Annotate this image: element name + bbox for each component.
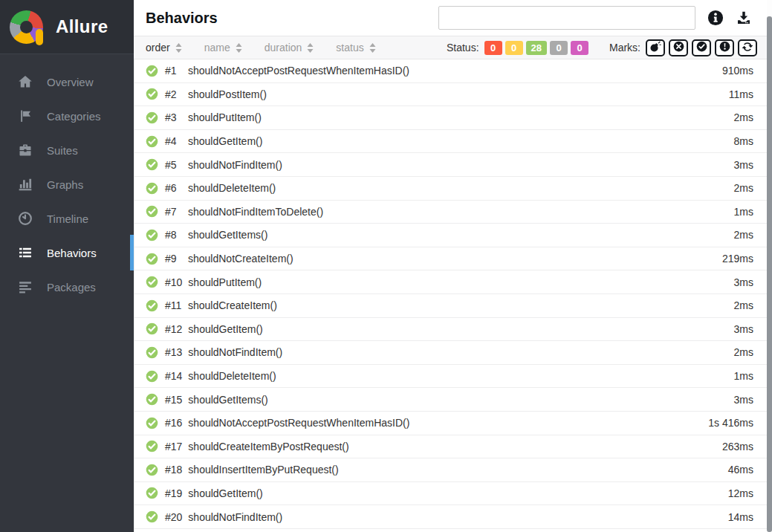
test-row[interactable]: #16 shouldNotAcceptPostRequestWhenItemHa…: [134, 412, 772, 435]
test-row[interactable]: #12 shouldGetItem() 3ms: [134, 318, 772, 342]
test-row[interactable]: #1 shouldNotAcceptPostRequestWhenItemHas…: [134, 59, 772, 83]
sidebar-item[interactable]: Overview: [0, 65, 134, 99]
test-duration: 1s 416ms: [708, 417, 753, 429]
test-name: shouldNotAcceptPostRequestWhenItemHasID(…: [188, 417, 409, 429]
passed-icon: [146, 65, 158, 77]
passed-icon: [146, 158, 158, 171]
test-duration: 14ms: [728, 511, 753, 523]
scrollbar[interactable]: [767, 0, 772, 532]
test-name: shouldDeleteItem(): [188, 182, 276, 194]
test-duration: 2ms: [734, 299, 753, 311]
test-order: #15: [165, 394, 182, 406]
test-duration: 12ms: [728, 487, 753, 499]
column-header[interactable]: duration: [265, 42, 314, 53]
status-badge[interactable]: 0: [484, 41, 502, 55]
sidebar-item[interactable]: Suites: [0, 133, 134, 167]
sidebar-item-label: Graphs: [47, 178, 83, 191]
test-order: #13: [165, 346, 182, 358]
sidebar-item-label: Timeline: [47, 213, 88, 225]
test-row[interactable]: #11 shouldCreateItem() 2ms: [134, 294, 772, 318]
test-order: #2: [165, 88, 182, 100]
allure-app: Allure Overview Categories Suites: [0, 0, 772, 532]
test-name: shouldDeleteItem(): [188, 370, 276, 382]
test-name: shouldNotFindItemToDelete(): [188, 206, 323, 218]
search-input[interactable]: [438, 6, 695, 30]
download-icon[interactable]: [736, 10, 752, 26]
sidebar: Allure Overview Categories Suites: [0, 0, 134, 532]
test-row[interactable]: #5 shouldNotFindItem() 3ms: [134, 153, 772, 177]
test-row[interactable]: #15 shouldGetItems() 3ms: [134, 388, 772, 412]
test-row[interactable]: #10 shouldPutItem() 3ms: [134, 270, 772, 294]
status-badge[interactable]: 28: [526, 41, 547, 55]
test-name: shouldPostItem(): [188, 88, 267, 100]
test-name: shouldGetItems(): [188, 394, 267, 406]
sidebar-item[interactable]: Graphs: [0, 167, 134, 201]
test-name: shouldGetItems(): [188, 229, 267, 241]
test-order: #20: [165, 511, 182, 523]
sidebar-item[interactable]: Timeline: [0, 201, 134, 236]
logo-home-link[interactable]: Allure: [0, 0, 134, 54]
test-row[interactable]: #17 shouldCreateItemByPostRequest() 263m…: [134, 435, 772, 459]
mark-toggle-button[interactable]: [669, 39, 688, 56]
test-order: #6: [165, 182, 182, 194]
mark-toggle-button[interactable]: [692, 39, 711, 56]
mark-toggle-button[interactable]: [738, 39, 757, 56]
status-badge[interactable]: 0: [571, 41, 588, 55]
bomb-icon: [649, 41, 661, 55]
test-order: #17: [165, 441, 182, 452]
filters: Status: 0 0 28 0 0 Marks:: [447, 39, 757, 56]
sidebar-item[interactable]: Behaviors: [0, 236, 134, 270]
test-row[interactable]: #14 shouldDeleteItem() 1ms: [134, 365, 772, 389]
sidebar-item-label: Overview: [47, 76, 94, 88]
test-row[interactable]: #13 shouldNotFindItem() 2ms: [134, 341, 772, 365]
column-header[interactable]: order: [146, 42, 182, 53]
test-duration: 1ms: [734, 206, 753, 218]
column-header[interactable]: name: [204, 42, 242, 53]
test-order: #5: [165, 159, 182, 171]
test-row[interactable]: #4 shouldGetItem() 8ms: [134, 130, 772, 154]
test-order: #19: [165, 487, 182, 499]
info-icon[interactable]: [707, 10, 724, 26]
mark-toggle-button[interactable]: [715, 39, 734, 56]
test-row[interactable]: #20 shouldNotFindItem() 14ms: [134, 505, 772, 529]
sidebar-item-label: Behaviors: [47, 247, 97, 259]
test-order: #8: [165, 229, 182, 241]
page-title: Behaviors: [146, 10, 218, 27]
test-row[interactable]: #19 shouldGetItem() 12ms: [134, 482, 772, 506]
test-duration: 3ms: [734, 276, 753, 288]
test-name: shouldGetItem(): [188, 487, 262, 499]
align-left-icon: [18, 279, 33, 294]
scrollbar-thumb[interactable]: [767, 16, 772, 532]
sort-icon: [307, 43, 314, 53]
test-name: shouldCreateItemByPostRequest(): [188, 441, 348, 452]
test-row[interactable]: #9 shouldNotCreateItem() 219ms: [134, 247, 772, 271]
test-row[interactable]: #3 shouldPutItem() 2ms: [134, 106, 772, 130]
test-duration: 2ms: [734, 111, 753, 123]
test-order: #1: [165, 65, 182, 77]
passed-icon: [146, 229, 158, 241]
retry-icon: [742, 41, 753, 55]
test-row[interactable]: #2 shouldPostItem() 11ms: [134, 83, 772, 107]
mark-toggle-button[interactable]: [646, 39, 665, 56]
test-row[interactable]: #18 shouldInsertItemByPutRequest() 46ms: [134, 458, 772, 482]
test-row[interactable]: #8 shouldGetItems() 2ms: [134, 224, 772, 247]
test-duration: 11ms: [729, 88, 753, 100]
sidebar-nav: Overview Categories Suites Graphs: [0, 54, 134, 304]
test-name: shouldPutItem(): [188, 111, 262, 123]
status-badge[interactable]: 0: [550, 41, 568, 55]
test-duration: 2ms: [734, 346, 753, 358]
sidebar-item[interactable]: Categories: [0, 99, 134, 133]
column-header[interactable]: status: [336, 42, 375, 53]
passed-icon: [146, 370, 158, 383]
allure-logo-icon: [10, 10, 43, 44]
test-row[interactable]: #6 shouldDeleteItem() 2ms: [134, 177, 772, 201]
cross-circle-icon: [673, 41, 684, 54]
table-header: order name duration: [134, 36, 772, 59]
test-duration: 2ms: [734, 229, 753, 241]
test-duration: 3ms: [734, 394, 753, 406]
sidebar-item[interactable]: Packages: [0, 270, 134, 304]
test-row[interactable]: #7 shouldNotFindItemToDelete() 1ms: [134, 201, 772, 224]
status-badge[interactable]: 0: [505, 41, 523, 55]
test-order: #4: [165, 135, 182, 147]
passed-icon: [146, 322, 158, 335]
